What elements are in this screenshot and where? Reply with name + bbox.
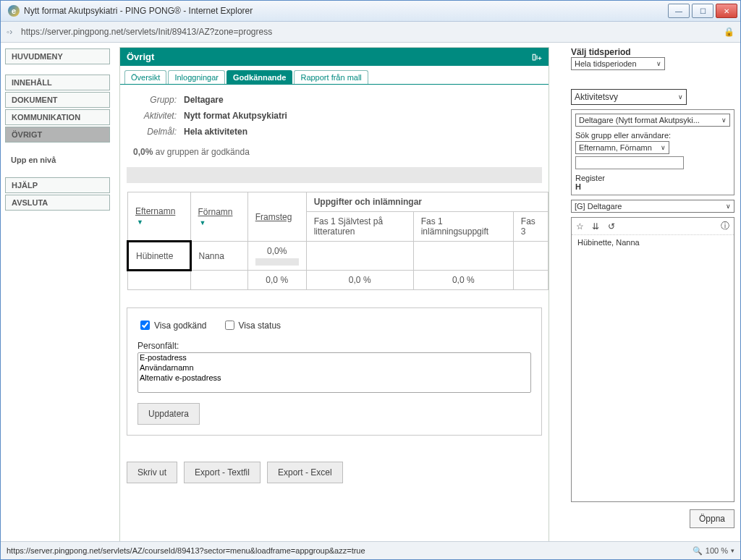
tab-approval[interactable]: Godkännande [226,70,292,84]
col-lastname[interactable]: Efternamn ▼ [128,192,191,242]
meta-goal-value: Hela aktiviteten [184,127,247,137]
options-box: Visa godkänd Visa status Personfält: E-p… [127,307,542,436]
update-button[interactable]: Uppdatera [137,403,200,425]
period-label: Välj tidsperiod [571,47,734,57]
meta-activity-value: Nytt format Akutpsykiatri [184,111,287,121]
table-totals: 0,0 % 0,0 % 0,0 % [128,271,549,290]
sort-select[interactable]: Efternamn, Förnamn∨ [575,141,669,154]
tab-report[interactable]: Rapport från mall [294,70,368,84]
panel-title-text: Övrigt [127,51,154,62]
grey-bar [127,167,542,183]
nav-quit[interactable]: AVSLUTA [5,195,110,211]
filter-box: Deltagare (Nytt format Akutpsyki...∨ Sök… [571,109,734,195]
address-url: https://server.pingpong.net/servlets/Ini… [21,27,272,37]
cell-task1 [306,242,413,271]
search-input[interactable] [575,156,684,169]
info-icon[interactable]: ⓘ [721,220,729,232]
tab-overview[interactable]: Översikt [124,70,166,84]
col-progress[interactable]: Framsteg [247,192,306,242]
total-task2: 0,0 % [413,271,513,290]
tab-logins[interactable]: Inloggningar [168,70,225,84]
chevron-down-icon: ∨ [678,93,683,101]
progress-bar [255,258,299,266]
tree-icons[interactable]: ☆ ⇊ ↺ [576,221,618,232]
export-excel-button[interactable]: Export - Excel [267,462,343,483]
nav-main-menu[interactable]: HUVUDMENY [5,48,110,64]
export-text-button[interactable]: Export - Textfil [184,462,261,483]
window-title: Nytt format Akutpsykiatri - PING PONG® -… [24,6,668,16]
cell-progress: 0,0% [247,242,306,271]
chevron-down-icon: ▾ [731,547,734,554]
col-group-tasks: Uppgifter och inlämningar [306,192,548,212]
chart-icon[interactable]: ▯ₗ₊ [532,52,542,61]
ie-icon: e [8,5,20,17]
meta-goal-label: Delmål: [133,127,177,137]
right-sidebar: Välj tidsperiod Hela tidsperioden∨ Aktiv… [571,47,734,528]
back-icon: ◦› [7,27,17,37]
col-task3[interactable]: Fas 3 [513,212,548,242]
sidebar: HUVUDMENY INNEHÅLL DOKUMENT KOMMUNIKATIO… [5,48,110,212]
nav-up-level[interactable]: Upp en nivå [5,153,110,167]
nav-help[interactable]: HJÄLP [5,177,110,193]
export-row: Skriv ut Export - Textfil Export - Excel [127,451,542,483]
nav-document[interactable]: DOKUMENT [5,92,110,108]
approval-summary: 0,0% 0,0% av gruppen är godkändaav grupp… [120,147,549,164]
sort-down-icon: ▼ [137,219,143,226]
status-bar: https://server.pingpong.net/servlets/AZ/… [1,541,740,559]
zoom-control[interactable]: 🔍 100 % ▾ [693,546,734,556]
register-label: Register [575,174,730,182]
nav-ovrigt[interactable]: ÖVRIGT [5,127,110,143]
meta-block: Grupp:Deltagare Aktivitet:Nytt format Ak… [120,85,549,147]
progress-table: Efternamn ▼ Förnamn ▼ Framsteg Uppgifter… [127,192,549,290]
main-panel: Övrigt ▯ₗ₊ Översikt Inloggningar Godkänn… [119,47,549,542]
open-button[interactable]: Öppna [690,509,734,528]
lock-icon: 🔒 [724,27,734,37]
address-bar[interactable]: ◦› https://server.pingpong.net/servlets/… [1,22,740,43]
period-select[interactable]: Hela tidsperioden∨ [571,57,665,70]
tabs: Översikt Inloggningar Godkännande Rappor… [120,66,549,85]
chevron-down-icon: ∨ [656,60,661,67]
window-titlebar: e Nytt format Akutpsykiatri - PING PONG®… [1,1,740,22]
register-letter: H [575,182,730,191]
panel-title: Övrigt ▯ₗ₊ [120,48,549,66]
print-button[interactable]: Skriv ut [127,462,177,483]
col-task1[interactable]: Fas 1 Självtest på litteraturen [306,212,413,242]
view-select[interactable]: Aktivitetsvy∨ [571,89,687,105]
meta-group-value: Deltagare [184,95,224,105]
maximize-button[interactable]: ☐ [692,4,714,18]
nav-content[interactable]: INNEHÅLL [5,75,110,90]
total-progress: 0,0 % [247,271,306,290]
close-button[interactable]: ✕ [716,4,737,18]
search-label: Sök grupp eller användare: [575,131,730,140]
chevron-down-icon: ∨ [726,203,731,210]
chevron-down-icon: ∨ [721,116,727,124]
personfalt-label: Personfält: [137,341,531,351]
status-url: https://server.pingpong.net/servlets/AZ/… [7,546,365,555]
col-task2[interactable]: Fas 1 inlämningsuppgift [413,212,513,242]
nav-communication[interactable]: KOMMUNIKATION [5,109,110,125]
cell-lastname: Hübinette [128,242,191,271]
group-select[interactable]: Deltagare (Nytt format Akutpsyki...∨ [575,114,730,127]
chevron-down-icon: ∨ [661,144,666,151]
cell-task2 [413,242,513,271]
meta-group-label: Grupp: [133,95,177,105]
tree-group-select[interactable]: [G] Deltagare∨ [571,200,734,213]
cell-firstname: Nanna [190,242,247,271]
checkbox-visa-godkand[interactable]: Visa godkänd [137,318,207,332]
user-tree: ☆ ⇊ ↺ ⓘ Hübinette, Nanna [571,217,734,502]
minimize-button[interactable]: — [668,4,690,18]
table-row[interactable]: Hübinette Nanna 0,0% [128,242,549,271]
sort-down-icon: ▼ [200,219,206,226]
checkbox-visa-status[interactable]: Visa status [222,318,281,332]
tree-item[interactable]: Hübinette, Nanna [577,238,728,247]
meta-activity-label: Aktivitet: [133,111,177,121]
personfalt-select[interactable]: E-postadress Användarnamn Alternativ e-p… [137,352,531,393]
cell-task3 [513,242,548,271]
total-task1: 0,0 % [306,271,413,290]
col-firstname[interactable]: Förnamn ▼ [190,192,247,242]
